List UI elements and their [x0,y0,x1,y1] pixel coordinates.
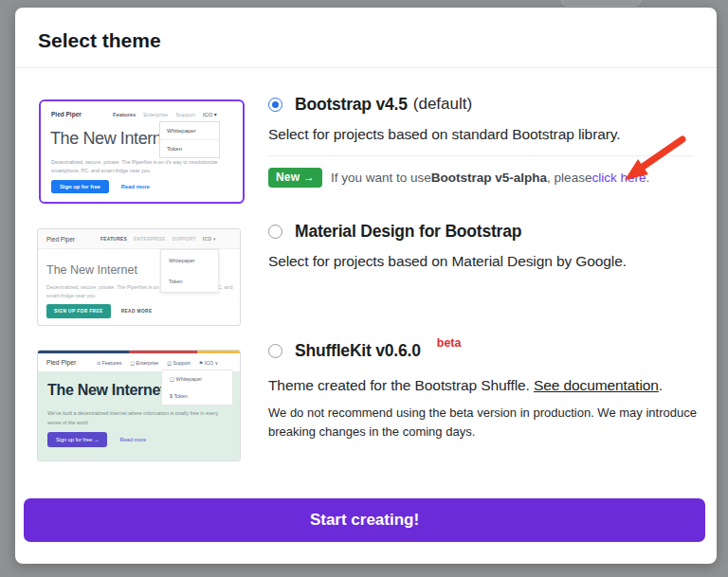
bootstrap-default-suffix: (default) [413,95,472,114]
thumb-dropdown-item: ▢ Whitepaper [162,370,232,388]
bootstrap-option-text: Bootstrap v4.5 (default) Select for proj… [268,91,694,188]
material-radio[interactable] [268,225,282,239]
v5-note-bold: Bootstrap v5-alpha [431,171,547,185]
thumb-body-text: Decentralized, secure, private. The Pipe… [51,158,237,176]
divider [268,155,694,156]
thumb-heading: The New Internet [46,263,137,277]
thumb-nav: ⊙ Features ▢ Enterprise ◫ Support ⚑ ICO … [97,360,218,366]
thumb-dropdown-menu: Whitepaper Token [159,121,220,158]
material-title-row: Material Design for Bootstrap [268,218,694,244]
thumb-dropdown-menu: ▢ Whitepaper $ Token [161,370,233,406]
thumb-dropdown-item: Token [161,271,218,292]
select-theme-modal: Select theme Pied Piper Features Enterpr… [15,8,717,564]
thumb-button-row: SIGN UP FOR FREE READ MORE [46,304,153,318]
thumb-brand: Pied Piper [46,236,75,243]
thumb-body-text: We've built a decentralized internet whe… [47,409,229,427]
modal-title: Select theme [38,29,161,52]
thumb-nav: FEATURES ENTERPRISE SUPPORT ICO ▾ [100,237,216,242]
bootstrap-option-title: Bootstrap v4.5 [295,95,408,115]
shufflekit-radio[interactable] [268,344,282,358]
thumb-nav-item: Features [113,112,136,117]
thumb-brand: Pied Piper [51,111,82,117]
thumb-signup-button: SIGN UP FOR FREE [46,304,111,318]
v5-note-text: , please [547,171,592,185]
new-badge: New → [268,168,322,188]
bootstrap-title-row: Bootstrap v4.5 (default) [268,91,694,117]
thumb-nav-item: ICO ▾ [203,112,217,117]
thumb-heading: The New Internet [50,129,175,149]
thumb-nav: Features Enterprise Support ICO ▾ [113,112,217,117]
shufflekit-description-text: Theme created for the Bootstrap Shuffle. [268,377,534,393]
thumb-signup-button: Sign up for free [51,180,109,193]
thumb-nav-item: Support [176,112,195,117]
shufflekit-theme-thumbnail[interactable]: Pied Piper ⊙ Features ▢ Enterprise ◫ Sup… [37,350,241,461]
thumb-button-row: Sign up for free Read more [51,180,150,193]
thumb-dropdown-menu: Whitepaper Token [160,249,219,293]
bootstrap-option-description: Select for projects based on standard Bo… [268,126,694,143]
thumb-nav-item: ◫ Support [167,360,191,366]
shufflekit-option-description: Theme created for the Bootstrap Shuffle.… [268,377,694,394]
material-option-title: Material Design for Bootstrap [295,222,521,242]
modal-header: Select theme [15,8,717,68]
click-here-link[interactable]: click here [592,171,646,185]
shufflekit-description-text: . [659,377,663,393]
material-theme-thumbnail[interactable]: Pied Piper FEATURES ENTERPRISE SUPPORT I… [37,228,241,326]
thumb-nav-item: ICO ▾ [203,237,216,242]
thumb-nav-item: FEATURES [100,237,127,242]
start-creating-button[interactable]: Start creating! [24,498,705,542]
thumb-nav-item: Enterprise [143,112,168,117]
thumb-signup-button: Sign up for free → [47,432,107,447]
thumb-nav-item: ⊙ Features [97,360,121,366]
thumb-nav-item: SUPPORT [173,237,196,242]
thumb-nav-item: ENTERPRISE [134,237,166,242]
thumb-button-row: Sign up for free → Read more [47,432,146,447]
material-option-text: Material Design for Bootstrap Select for… [268,218,694,270]
v5-note-text: . [646,171,649,185]
thumb-dropdown-item: Whitepaper [161,250,218,271]
see-documentation-link[interactable]: See documentation [534,377,659,393]
thumb-nav-item: ▢ Enterprise [130,360,158,366]
thumb-dropdown-item: Whitepaper [160,122,219,139]
thumb-readmore-link: Read more [119,437,146,442]
beta-badge: beta [437,336,462,350]
thumb-heading: The New Internet [47,382,165,399]
shufflekit-beta-warning: We do not recommend using the beta versi… [268,404,704,442]
bootstrap-theme-thumbnail[interactable]: Pied Piper Features Enterprise Support I… [39,99,245,204]
v5-alpha-note: New → If you want to use Bootstrap v5-al… [268,168,694,188]
thumb-dropdown-item: $ Token [162,388,232,405]
thumb-readmore-link: Read more [121,184,150,189]
shufflekit-option-title: ShuffleKit v0.6.0 [295,341,421,361]
thumb-readmore-link: READ MORE [121,309,153,314]
shufflekit-option-text: ShuffleKit v0.6.0 beta Theme created for… [268,337,694,442]
thumb-brand: Pied Piper [46,359,76,366]
bootstrap-radio[interactable] [268,98,282,112]
thumb-nav-item: ⚑ ICO ∨ [199,360,219,366]
material-option-description: Select for projects based on Material De… [268,253,694,270]
v5-note-text: If you want to use [331,171,431,185]
background-popover-remnant [561,0,641,7]
shufflekit-title-row: ShuffleKit v0.6.0 beta [268,337,694,364]
thumb-dropdown-item: Token [160,139,219,157]
